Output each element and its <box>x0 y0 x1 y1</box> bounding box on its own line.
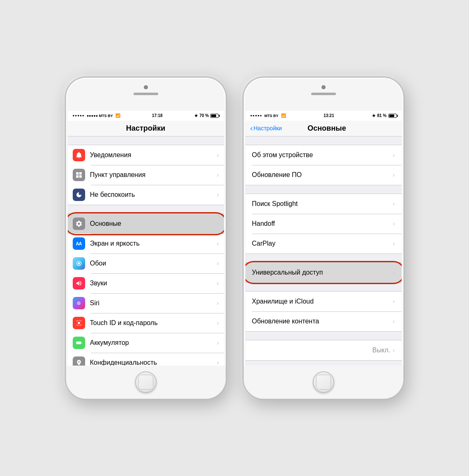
svg-rect-2 <box>76 175 79 177</box>
touch-id-chevron: › <box>217 319 219 327</box>
settings-content-right[interactable]: Об этом устройстве › Обновление ПО › Пои… <box>245 136 402 366</box>
camera-left <box>144 85 148 89</box>
svg-rect-0 <box>76 172 79 175</box>
battery-icon-right <box>388 114 397 118</box>
storage-icloud-chevron: › <box>393 298 395 305</box>
status-left-right: ●●●●● MTS BY 📶 <box>250 113 286 118</box>
battery-percent-left: 70 % <box>200 113 209 118</box>
siri-label: Siri <box>90 299 217 307</box>
notifications-label: Уведомления <box>90 151 217 159</box>
item-background-refresh[interactable]: Обновление контента › <box>245 311 402 331</box>
restrictions-value: Выкл. <box>372 347 390 354</box>
screen-right: ●●●●● MTS BY 📶 13:21 ★ 81 % ‹ Настройк <box>245 111 402 366</box>
item-privacy[interactable]: Конфиденциальность › <box>68 353 224 366</box>
item-battery[interactable]: Аккумулятор › <box>68 333 224 353</box>
phones-container: ●●●●● ●●●●● MTS BY 📶 17:18 ★ 70 % Настро… <box>49 60 421 416</box>
carrier-dots-right: ●●●●● <box>250 114 262 117</box>
battery-icon-left <box>210 114 219 118</box>
display-chevron: › <box>217 240 219 247</box>
bluetooth-icon-right: ★ <box>372 113 376 118</box>
accessibility-label: Универсальный доступ <box>252 269 393 276</box>
status-bar-right: ●●●●● MTS BY 📶 13:21 ★ 81 % <box>245 111 402 121</box>
control-center-chevron: › <box>217 171 219 179</box>
svg-rect-3 <box>79 175 81 177</box>
battery-fill-right <box>389 115 395 117</box>
battery-fill-left <box>211 115 216 117</box>
background-refresh-label: Обновление контента <box>252 318 393 325</box>
svg-rect-1 <box>79 172 81 175</box>
carplay-label: CarPlay <box>252 240 393 247</box>
item-about[interactable]: Об этом устройстве › <box>245 145 402 165</box>
do-not-disturb-label: Не беспокоить <box>90 191 217 199</box>
home-button-left[interactable] <box>135 371 157 393</box>
gap-mid-left <box>68 205 224 213</box>
nav-back-button[interactable]: ‹ Настройки <box>250 124 282 132</box>
item-general[interactable]: Основные › <box>68 214 224 234</box>
notifications-chevron: › <box>217 151 219 159</box>
item-handoff[interactable]: Handoff › <box>245 214 402 234</box>
background-refresh-chevron: › <box>393 318 395 325</box>
item-software-update[interactable]: Обновление ПО › <box>245 165 402 185</box>
item-storage-icloud[interactable]: Хранилище и iCloud › <box>245 292 402 311</box>
software-update-label: Обновление ПО <box>252 171 393 179</box>
item-wallpaper[interactable]: Обои › <box>68 254 224 273</box>
gap-1-right <box>245 185 402 194</box>
general-label: Основные <box>90 220 217 227</box>
battery-settings-icon <box>73 337 85 349</box>
item-control-center[interactable]: Пункт управления › <box>68 165 224 185</box>
item-accessibility[interactable]: Универсальный доступ › <box>245 263 402 282</box>
item-siri[interactable]: ◎ Siri › <box>68 293 224 313</box>
iphone-bottom-right <box>244 366 403 399</box>
iphone-bottom-left <box>66 366 226 399</box>
privacy-icon <box>73 356 85 366</box>
sounds-icon <box>73 277 85 289</box>
gap-top-right <box>245 136 402 145</box>
about-label: Об этом устройстве <box>252 151 393 159</box>
settings-group-2-right: Поиск Spotlight › Handoff › CarPlay › <box>245 194 402 254</box>
item-sounds[interactable]: Звуки › <box>68 273 224 293</box>
storage-icloud-label: Хранилище и iCloud <box>252 298 393 305</box>
status-right-right: ★ 81 % <box>372 113 397 118</box>
iphone-left: ●●●●● ●●●●● MTS BY 📶 17:18 ★ 70 % Настро… <box>65 77 226 399</box>
spotlight-chevron: › <box>393 200 395 208</box>
carrier-name-right: MTS BY <box>264 114 279 118</box>
control-center-icon <box>73 169 85 181</box>
carplay-chevron: › <box>393 240 395 247</box>
wallpaper-icon <box>73 257 85 270</box>
speaker-right <box>311 93 336 95</box>
iphone-top-left <box>66 78 226 111</box>
privacy-chevron: › <box>217 359 219 366</box>
item-display[interactable]: AA Экран и яркость › <box>68 234 224 254</box>
camera-right <box>321 85 326 89</box>
settings-group-3-right: Универсальный доступ › <box>245 262 402 283</box>
gap-4-right <box>245 332 402 340</box>
home-button-right[interactable] <box>313 371 334 393</box>
iphone-top-right <box>244 78 403 111</box>
accessibility-chevron: › <box>393 269 395 276</box>
general-chevron: › <box>217 220 219 227</box>
settings-content-left[interactable]: Уведомления › Пункт управления › <box>68 136 224 366</box>
carrier-name-left: ●●●●● MTS BY <box>87 114 113 118</box>
screen-left: ●●●●● ●●●●● MTS BY 📶 17:18 ★ 70 % Настро… <box>68 111 224 366</box>
siri-icon: ◎ <box>73 297 85 309</box>
item-restrictions[interactable]: Выкл. › <box>245 340 402 360</box>
item-do-not-disturb[interactable]: Не беспокоить › <box>68 185 224 205</box>
item-carplay[interactable]: CarPlay › <box>245 234 402 254</box>
time-right: 13:21 <box>324 113 334 118</box>
item-notifications[interactable]: Уведомления › <box>68 145 224 165</box>
control-center-label: Пункт управления <box>90 171 217 179</box>
item-touch-id[interactable]: Touch ID и код-пароль › <box>68 313 224 333</box>
carrier-dots-left: ●●●●● <box>73 114 85 117</box>
svg-point-4 <box>78 322 80 324</box>
settings-group-4-right: Хранилище и iCloud › Обновление контента… <box>245 291 402 332</box>
wallpaper-label: Обои <box>90 260 217 267</box>
wallpaper-chevron: › <box>217 260 219 267</box>
sounds-chevron: › <box>217 280 219 287</box>
item-spotlight[interactable]: Поиск Spotlight › <box>245 194 402 214</box>
settings-group-2-left: Основные › AA Экран и яркость › Обои › <box>68 213 224 366</box>
display-icon: AA <box>73 237 85 250</box>
back-chevron-icon: ‹ <box>250 124 253 132</box>
gap-2-right <box>245 254 402 262</box>
status-bar-left: ●●●●● ●●●●● MTS BY 📶 17:18 ★ 70 % <box>68 111 224 121</box>
gap-top-left <box>68 136 224 145</box>
